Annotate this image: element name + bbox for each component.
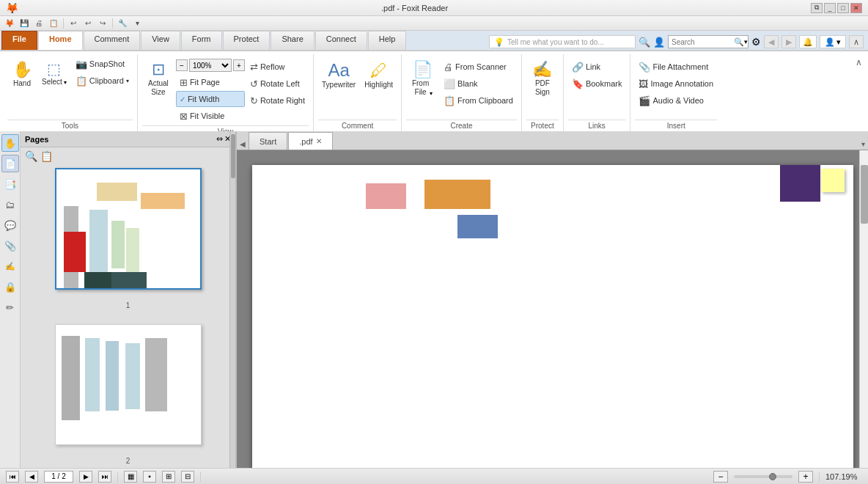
tab-view[interactable]: View	[141, 31, 180, 50]
settings-icon[interactable]: ⚙	[751, 36, 761, 48]
from-file-btn[interactable]: 📄 FromFile ▾	[406, 56, 438, 114]
close-pdf-tab[interactable]: ✕	[316, 137, 322, 145]
tab-comment[interactable]: Comment	[84, 31, 141, 50]
fit-visible-btn[interactable]: ⊠ Fit Visible	[176, 108, 245, 124]
page-input[interactable]	[44, 471, 73, 483]
page-thumb-2[interactable]	[55, 324, 202, 445]
reflow-btn[interactable]: ⇄ Reflow	[246, 59, 309, 75]
new-btn[interactable]: 🦊	[3, 18, 16, 29]
search-box[interactable]: 🔍 ▾	[668, 35, 749, 48]
maximize-btn[interactable]: □	[837, 3, 849, 13]
continuous-btn[interactable]: ▪	[143, 471, 156, 483]
pdf-sign-btn[interactable]: ✍ PDFSign	[526, 56, 559, 114]
search-btn-icon[interactable]: 🔍	[734, 37, 744, 47]
blank-btn[interactable]: ⬜ Blank	[440, 76, 517, 92]
zoom-out-status-btn[interactable]: −	[713, 471, 728, 483]
pages-sidebar-btn[interactable]: 📄	[1, 155, 19, 172]
fit-page-btn[interactable]: ⊞ Fit Page	[176, 74, 245, 90]
from-scanner-btn[interactable]: 🖨 From Scanner	[440, 59, 517, 75]
audio-video-btn[interactable]: 🎬 Audio & Video	[635, 92, 717, 109]
zoom-slider[interactable]	[734, 475, 792, 478]
hand-sidebar-btn[interactable]: ✋	[1, 134, 19, 152]
pages-scrollbar[interactable]	[229, 131, 235, 468]
nav-prev-btn[interactable]: ◀	[25, 471, 38, 483]
layers-sidebar-btn[interactable]: 🗂	[1, 196, 19, 213]
tab-form[interactable]: Form	[181, 31, 222, 50]
rotate-left-btn[interactable]: ↺ Rotate Left	[246, 76, 309, 92]
facing-btn[interactable]: ⊞	[162, 471, 175, 483]
more-btn[interactable]: ▾	[130, 18, 144, 29]
document-content[interactable]	[237, 150, 868, 468]
from-clipboard-btn[interactable]: 📋 From Clipboard	[440, 92, 517, 109]
notification-bell[interactable]: 🔔	[799, 35, 817, 48]
nav-next-btn[interactable]: ▶	[79, 471, 92, 483]
ribbon-nav-forward[interactable]: ▶	[781, 35, 796, 48]
clipboard-btn[interactable]: 📋	[47, 18, 60, 29]
tab-protect[interactable]: Protect	[223, 31, 271, 50]
tile-btn[interactable]: ⧉	[811, 3, 823, 13]
doc-scroll-thumb[interactable]	[861, 165, 868, 224]
collapse-ribbon-arrow[interactable]: ∧	[856, 57, 862, 67]
search-dropdown-icon[interactable]: ▾	[744, 38, 748, 45]
start-tab[interactable]: Start	[249, 132, 287, 150]
attachments-sidebar-btn[interactable]: 📎	[1, 237, 19, 254]
from-file-arrow[interactable]: ▾	[430, 90, 433, 97]
tab-scroll-right[interactable]: ▾	[858, 139, 868, 150]
snapshot-btn[interactable]: 📷 SnapShot	[72, 56, 133, 72]
fit-width-btn[interactable]: ✓ Fit Width	[176, 91, 245, 107]
cover-btn[interactable]: ⊟	[181, 471, 194, 483]
link-btn[interactable]: 🔗 Link	[568, 59, 626, 75]
collapse-ribbon-btn[interactable]: ∧	[849, 35, 864, 48]
tab-help[interactable]: Help	[368, 31, 407, 50]
redo-btn[interactable]: ↪	[96, 18, 109, 29]
save-btn[interactable]: 💾	[18, 18, 31, 29]
signatures-sidebar-btn[interactable]: ✍	[1, 257, 19, 275]
zoom-out-btn[interactable]: −	[176, 59, 188, 71]
page-options-icon[interactable]: 📋	[40, 150, 53, 162]
pages-scroll-thumb[interactable]	[231, 134, 235, 178]
doc-vertical-scrollbar[interactable]	[859, 150, 868, 468]
rotate-right-btn[interactable]: ↻ Rotate Right	[246, 92, 309, 109]
page-search-icon[interactable]: 🔍	[25, 150, 37, 162]
page-thumb-1[interactable]	[55, 168, 202, 290]
clipboard-arrow[interactable]: ▾	[126, 78, 129, 84]
clipboard-btn[interactable]: 📋 Clipboard ▾	[72, 73, 133, 89]
select-tool-btn[interactable]: ⬚ Select ▾	[38, 56, 70, 114]
highlight-btn[interactable]: 🖊 Highlight	[361, 56, 397, 114]
tab-share[interactable]: Share	[271, 31, 314, 50]
bookmark-btn[interactable]: 🔖 Bookmark	[568, 76, 626, 92]
pdf-tab[interactable]: .pdf ✕	[288, 132, 332, 150]
zoom-in-status-btn[interactable]: +	[798, 471, 813, 483]
user-menu[interactable]: 👤 ▾	[820, 35, 846, 48]
security-sidebar-btn[interactable]: 🔒	[1, 278, 19, 296]
tab-scroll-left[interactable]: ◀	[237, 139, 249, 150]
ribbon-nav-back[interactable]: ◀	[764, 35, 779, 48]
comments-sidebar-btn[interactable]: 💬	[1, 216, 19, 234]
single-page-btn[interactable]: ▦	[124, 471, 137, 483]
tab-file[interactable]: File	[1, 31, 37, 50]
zoom-slider-thumb[interactable]	[769, 473, 776, 480]
typewriter-btn[interactable]: Aa Typewriter	[318, 56, 359, 114]
search-input[interactable]	[672, 38, 734, 46]
tab-connect[interactable]: Connect	[315, 31, 367, 50]
zoom-in-btn[interactable]: +	[233, 59, 245, 71]
hand-tool-btn[interactable]: ✋ Hand	[7, 56, 37, 114]
tell-me-bar[interactable]: 💡 Tell me what you want to do...	[489, 35, 636, 48]
tab-home[interactable]: Home	[38, 31, 83, 50]
actual-size-btn[interactable]: ⊡ ActualSize	[142, 56, 174, 114]
select-dropdown-arrow[interactable]: ▾	[64, 79, 67, 86]
touchup-sidebar-btn[interactable]: ✏	[1, 298, 19, 316]
zoom-select[interactable]: 100% 75% 50% 150% 200%	[189, 59, 232, 72]
minimize-btn[interactable]: _	[824, 3, 836, 13]
file-attachment-btn[interactable]: 📎 File Attachment	[635, 59, 717, 75]
nav-first-btn[interactable]: ⏮	[6, 471, 19, 483]
print-btn[interactable]: 🖨	[32, 18, 45, 29]
bookmarks-sidebar-btn[interactable]: 📑	[1, 175, 19, 193]
customize-btn[interactable]: 🔧	[116, 18, 129, 29]
pages-expand-btn[interactable]: ⇔	[216, 134, 223, 144]
close-btn[interactable]: ✕	[850, 3, 862, 13]
image-annotation-btn[interactable]: 🖼 Image Annotation	[635, 76, 717, 92]
undo-btn[interactable]: ↩	[67, 18, 80, 29]
undo2-btn[interactable]: ↩	[81, 18, 95, 29]
nav-last-btn[interactable]: ⏭	[98, 471, 111, 483]
